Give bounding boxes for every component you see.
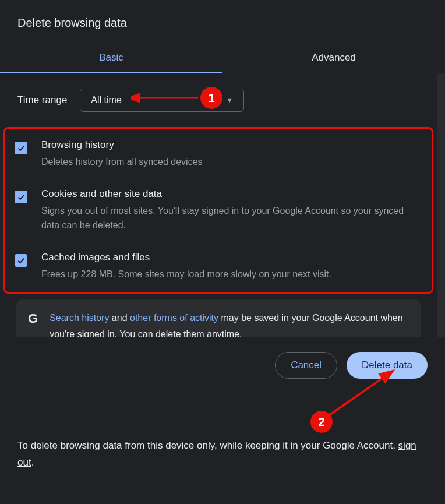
option-title: Cached images and files <box>41 252 331 263</box>
dialog-title: Delete browsing data <box>0 0 445 44</box>
option-title: Browsing history <box>41 139 203 151</box>
scrollbar-up-icon[interactable] <box>437 73 445 85</box>
time-range-row: Time range All time ▼ <box>0 73 437 127</box>
checkmark-icon <box>16 192 26 202</box>
chevron-down-icon: ▼ <box>227 97 233 104</box>
tab-basic[interactable]: Basic <box>0 44 223 73</box>
scroll-area: Time range All time ▼ Browsing history D… <box>0 73 445 337</box>
option-desc: Frees up 228 MB. Some sites may load mor… <box>41 267 331 282</box>
dialog-buttons: Cancel Delete data <box>0 337 445 401</box>
option-cookies: Cookies and other site data Signs you ou… <box>15 188 422 233</box>
footer-note: To delete browsing data from this device… <box>0 401 445 489</box>
checkbox-cookies[interactable] <box>15 191 27 203</box>
link-other-activity[interactable]: other forms of activity <box>130 313 218 323</box>
checkbox-browsing-history[interactable] <box>15 142 27 154</box>
time-range-select[interactable]: All time ▼ <box>80 89 243 112</box>
svg-marker-0 <box>439 77 443 81</box>
checkbox-cache[interactable] <box>15 254 27 267</box>
google-logo-icon: G <box>28 311 38 326</box>
svg-marker-1 <box>439 329 443 333</box>
option-title: Cookies and other site data <box>41 188 422 200</box>
option-desc: Deletes history from all synced devices <box>41 154 203 170</box>
checkmark-icon <box>16 256 26 265</box>
link-search-history[interactable]: Search history <box>50 313 109 323</box>
tab-bar: Basic Advanced <box>0 44 445 73</box>
option-cache: Cached images and files Frees up 228 MB.… <box>15 252 422 282</box>
cancel-button[interactable]: Cancel <box>275 352 337 379</box>
checkmark-icon <box>16 143 26 153</box>
google-account-card: G Search history and other forms of acti… <box>16 299 421 337</box>
google-card-text: Search history and other forms of activi… <box>50 310 409 337</box>
time-range-value: All time <box>91 95 121 105</box>
option-desc: Signs you out of most sites. You'll stay… <box>41 203 422 233</box>
delete-data-button[interactable]: Delete data <box>347 352 428 379</box>
time-range-label: Time range <box>17 94 67 106</box>
option-browsing-history: Browsing history Deletes history from al… <box>15 139 422 170</box>
annotation-highlight-box: Browsing history Deletes history from al… <box>3 127 433 294</box>
scrollbar-down-icon[interactable] <box>437 325 445 337</box>
tab-advanced[interactable]: Advanced <box>223 44 445 73</box>
